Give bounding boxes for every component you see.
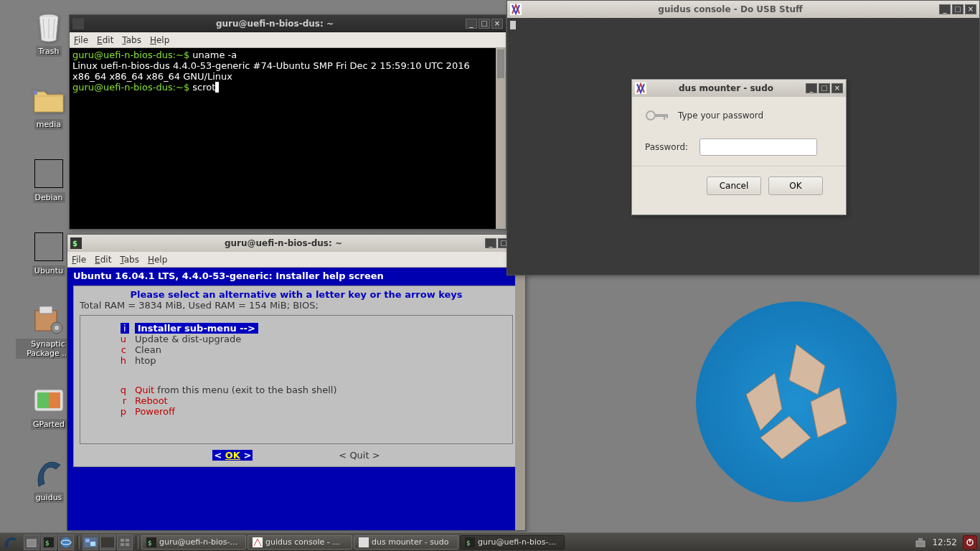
desktop-icon-trash[interactable]: Trash [22, 10, 76, 57]
svg-rect-25 [101, 537, 114, 547]
svg-text:$: $ [148, 540, 152, 547]
desktop-icon-label: Ubuntu [32, 265, 65, 276]
window-title: dus mounter - sudo [649, 83, 803, 93]
svg-rect-17 [27, 540, 36, 547]
minimize-button[interactable]: _ [939, 4, 951, 14]
taskbar-item-guidus[interactable]: guidus console - ... [248, 535, 352, 550]
ubuntu-icon [32, 230, 66, 264]
menu-tabs[interactable]: Tabs [122, 35, 141, 45]
minimize-button[interactable]: _ [806, 83, 817, 93]
menu-item-update[interactable]: uUpdate & dist-upgrade [89, 334, 504, 344]
desktop-icon-label: GParted [31, 419, 67, 430]
terminal-window-2: $ guru@uefi-n-bios-dus: ~ _ □ × File Edi… [67, 234, 526, 531]
menu-edit[interactable]: Edit [95, 255, 111, 265]
password-input[interactable] [699, 138, 817, 156]
disk-icon [32, 383, 66, 418]
scrollbar[interactable] [515, 268, 525, 530]
minimize-button[interactable]: _ [485, 238, 496, 248]
terminal-output[interactable]: guru@uefi-n-bios-dus:~$ uname -a Linux u… [70, 48, 506, 229]
terminal-icon [72, 18, 84, 29]
file-manager-launcher[interactable] [24, 534, 39, 550]
sudo-dialog: dus mounter - sudo _ □ × Type your passw… [631, 79, 847, 215]
svg-rect-3 [39, 306, 52, 314]
network-icon[interactable] [915, 537, 926, 548]
menu-item-clean[interactable]: cClean [89, 344, 504, 355]
workspace-2[interactable] [100, 534, 116, 550]
menu-file[interactable]: File [72, 255, 86, 265]
window-titlebar[interactable]: guidus console - Do USB Stuff _ □ × [507, 1, 979, 18]
folder-icon [32, 83, 66, 118]
taskbar: $ $guru@uefi-n-bios-... guidus console -… [0, 532, 980, 551]
terminal-icon: $ [70, 237, 82, 249]
svg-rect-38 [918, 538, 923, 541]
wallpaper-logo [696, 301, 897, 502]
svg-rect-16 [666, 114, 668, 118]
browser-launcher[interactable] [58, 534, 74, 550]
scrollbar-thumb[interactable] [497, 50, 504, 78]
show-desktop[interactable] [117, 534, 133, 550]
svg-text:$: $ [45, 540, 50, 547]
svg-rect-37 [916, 541, 925, 547]
svg-rect-15 [664, 114, 665, 120]
taskbar-item-terminal2[interactable]: $guru@uefi-n-bios-... [460, 535, 565, 550]
svg-rect-14 [654, 114, 667, 117]
prompt-text: Type your password [678, 110, 763, 121]
svg-point-5 [55, 326, 59, 330]
svg-rect-30 [126, 543, 129, 546]
select-prompt: Please select an alternative with a lett… [80, 289, 513, 300]
desktop-icon-debian[interactable]: Debian [22, 156, 76, 203]
power-button[interactable] [963, 535, 977, 550]
menu-tabs[interactable]: Tabs [120, 255, 139, 265]
installer-header: Ubuntu 16.04.1 LTS, 4.4.0-53-generic: In… [73, 270, 519, 281]
guidus-app-icon [635, 83, 646, 94]
menu-help[interactable]: Help [148, 255, 167, 265]
maximize-button[interactable]: □ [819, 83, 830, 93]
window-titlebar[interactable]: dus mounter - sudo _ □ × [632, 80, 846, 97]
taskbar-item-terminal1[interactable]: $guru@uefi-n-bios-... [141, 535, 246, 550]
menu-file[interactable]: File [74, 35, 88, 45]
quit-button[interactable]: < Quit > [339, 450, 380, 461]
menu-item-poweroff[interactable]: pPoweroff [89, 406, 504, 417]
trash-icon [32, 10, 66, 44]
cancel-button[interactable]: Cancel [707, 176, 761, 195]
svg-rect-8 [49, 392, 60, 408]
menu-item-reboot[interactable]: rReboot [89, 395, 504, 406]
scrollbar-thumb[interactable] [515, 268, 525, 530]
svg-rect-24 [90, 542, 95, 546]
package-icon [31, 303, 65, 337]
menu-help[interactable]: Help [150, 35, 169, 45]
window-title: guru@uefi-n-bios-dus: ~ [85, 238, 482, 248]
menu-edit[interactable]: Edit [97, 35, 113, 45]
window-title: guru@uefi-n-bios-dus: ~ [87, 19, 463, 29]
minimize-button[interactable]: _ [466, 19, 477, 29]
svg-rect-23 [85, 539, 90, 542]
svg-point-20 [61, 537, 71, 547]
start-menu-button[interactable] [2, 534, 21, 550]
close-button[interactable]: × [831, 83, 843, 93]
close-button[interactable]: × [965, 4, 976, 14]
installer-box: Please select an alternative with a lett… [73, 286, 519, 467]
ok-button[interactable]: < OK > [212, 450, 253, 461]
window-titlebar[interactable]: $ guru@uefi-n-bios-dus: ~ _ □ × [67, 235, 525, 252]
svg-rect-7 [37, 392, 49, 408]
clock[interactable]: 12:52 [929, 537, 960, 547]
menu-item-installer[interactable]: iInstaller sub-menu --> [89, 323, 504, 334]
scrollbar[interactable] [496, 48, 506, 229]
ok-button[interactable]: OK [768, 176, 823, 195]
svg-rect-34 [359, 537, 369, 547]
maximize-button[interactable]: □ [952, 4, 963, 14]
window-titlebar[interactable]: guru@uefi-n-bios-dus: ~ _ □ × [70, 15, 506, 32]
workspace-1[interactable] [83, 534, 98, 550]
menu-item-htop[interactable]: hhtop [89, 355, 504, 366]
installer-menu: iInstaller sub-menu --> uUpdate & dist-u… [80, 315, 513, 444]
close-button[interactable]: × [491, 19, 503, 29]
menu-item-quit[interactable]: qQuit from this menu (exit to the bash s… [89, 385, 504, 395]
maximize-button[interactable]: □ [479, 19, 490, 29]
terminal-launcher[interactable]: $ [41, 534, 57, 550]
taskbar-item-sudo[interactable]: dus mounter - sudo [354, 535, 458, 550]
password-label: Password: [645, 142, 699, 152]
terminal-output[interactable]: Ubuntu 16.04.1 LTS, 4.4.0-53-generic: In… [67, 268, 525, 530]
key-icon [645, 107, 669, 124]
menubar: File Edit Tabs Help [70, 32, 506, 48]
desktop-icon-media[interactable]: media [22, 83, 76, 130]
